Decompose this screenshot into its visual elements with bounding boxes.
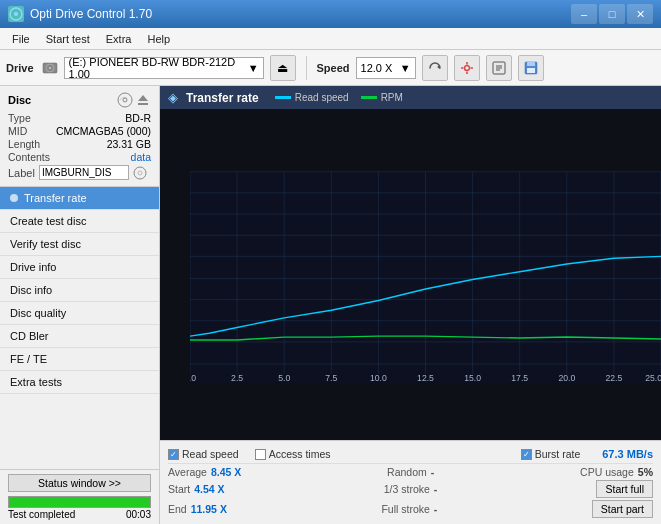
start-value: 4.54 X xyxy=(194,483,224,495)
svg-rect-17 xyxy=(527,68,535,73)
status-window-button[interactable]: Status window >> xyxy=(8,474,151,492)
nav-drive-info-label: Drive info xyxy=(10,261,56,273)
cpu-label: CPU usage xyxy=(580,466,634,478)
nav-disc-info[interactable]: Disc info xyxy=(0,279,159,302)
svg-text:0.0: 0.0 xyxy=(190,373,196,383)
nav-disc-quality[interactable]: Disc quality xyxy=(0,302,159,325)
random-value: - xyxy=(431,466,435,478)
disc-header-label: Disc xyxy=(8,94,31,106)
nav-verify-test-disc[interactable]: Verify test disc xyxy=(0,233,159,256)
status-bar-fill xyxy=(9,497,150,507)
disc-header: Disc xyxy=(8,92,151,108)
fullstroke-label: Full stroke xyxy=(381,503,429,515)
svg-point-6 xyxy=(464,65,469,70)
checkbox-read-speed[interactable]: ✓ Read speed xyxy=(168,448,239,460)
stat-random: Random - xyxy=(387,466,434,478)
menu-extra[interactable]: Extra xyxy=(98,31,140,47)
disc-type-value: BD-R xyxy=(125,112,151,124)
start-part-button[interactable]: Start part xyxy=(592,500,653,518)
chart-title: Transfer rate xyxy=(186,91,259,105)
fullstroke-value: - xyxy=(434,503,438,515)
disc-length-row: Length 23.31 GB xyxy=(8,138,151,150)
disc-icon xyxy=(117,92,133,108)
nav-create-test-disc[interactable]: Create test disc xyxy=(0,210,159,233)
drive-value: (E:) PIONEER BD-RW BDR-212D 1.00 xyxy=(69,56,248,80)
checkbox-burst-rate[interactable]: ✓ Burst rate xyxy=(521,448,581,460)
svg-text:10.0: 10.0 xyxy=(370,373,387,383)
cpu-value: 5% xyxy=(638,466,653,478)
nav-cd-bler-label: CD Bler xyxy=(10,330,49,342)
status-bar xyxy=(8,496,151,508)
svg-text:7.5: 7.5 xyxy=(325,373,337,383)
checkbox-access-times-box[interactable] xyxy=(255,449,266,460)
disc-length-label: Length xyxy=(8,138,40,150)
stats-area: ✓ Read speed Access times ✓ Burst rate 6… xyxy=(160,440,661,524)
eject-button[interactable]: ⏏ xyxy=(270,55,296,81)
end-label: End xyxy=(168,503,187,515)
chart-svg: 2× 4× 6× 8× 10× 12× 14× 16× 18× 0.0 2.5 … xyxy=(190,115,661,440)
nav-cd-bler[interactable]: CD Bler xyxy=(0,325,159,348)
export-button[interactable] xyxy=(486,55,512,81)
title-bar-left: Opti Drive Control 1.70 xyxy=(8,6,152,22)
disc-length-value: 23.31 GB xyxy=(107,138,151,150)
svg-point-22 xyxy=(134,167,146,179)
close-button[interactable]: ✕ xyxy=(627,4,653,24)
minimize-button[interactable]: – xyxy=(571,4,597,24)
svg-rect-21 xyxy=(138,103,148,105)
nav-create-test-disc-label: Create test disc xyxy=(10,215,86,227)
checkbox-read-speed-box[interactable]: ✓ xyxy=(168,449,179,460)
drive-dropdown[interactable]: (E:) PIONEER BD-RW BDR-212D 1.00 ▼ xyxy=(64,57,264,79)
end-value: 11.95 X xyxy=(191,503,227,515)
menu-start-test[interactable]: Start test xyxy=(38,31,98,47)
random-label: Random xyxy=(387,466,427,478)
disc-label-label: Label xyxy=(8,167,35,179)
nav-drive-info[interactable]: Drive info xyxy=(0,256,159,279)
menu-help[interactable]: Help xyxy=(139,31,178,47)
start-full-button[interactable]: Start full xyxy=(596,480,653,498)
nav-transfer-rate-label: Transfer rate xyxy=(24,192,87,204)
sidebar: Disc Type BD-R MID xyxy=(0,86,160,524)
svg-rect-10 xyxy=(470,67,473,69)
settings-button[interactable] xyxy=(454,55,480,81)
stroke13-value: - xyxy=(434,483,438,495)
svg-text:5.0: 5.0 xyxy=(278,373,290,383)
checkbox-access-times[interactable]: Access times xyxy=(255,448,331,460)
disc-eject-icon[interactable] xyxy=(135,92,151,108)
legend-read-speed-color xyxy=(275,96,291,99)
svg-point-19 xyxy=(123,98,127,102)
legend-read-speed: Read speed xyxy=(275,92,349,103)
disc-type-label: Type xyxy=(8,112,31,124)
average-label: Average xyxy=(168,466,207,478)
title-bar: Opti Drive Control 1.70 – □ ✕ xyxy=(0,0,661,28)
stats-row-1: Average 8.45 X Random - CPU usage 5% xyxy=(168,466,653,478)
svg-text:20.0: 20.0 xyxy=(558,373,575,383)
speed-dropdown[interactable]: 12.0 X ▼ xyxy=(356,57,416,79)
save-button[interactable] xyxy=(518,55,544,81)
svg-point-4 xyxy=(49,67,51,69)
menu-file[interactable]: File xyxy=(4,31,38,47)
checkbox-burst-rate-box[interactable]: ✓ xyxy=(521,449,532,460)
legend-read-speed-label: Read speed xyxy=(295,92,349,103)
disc-label-input[interactable] xyxy=(39,165,129,180)
disc-mid-value: CMCMAGBA5 (000) xyxy=(56,125,151,137)
svg-rect-8 xyxy=(466,71,468,74)
checkbox-burst-rate-label: Burst rate xyxy=(535,448,581,460)
disc-panel: Disc Type BD-R MID xyxy=(0,86,159,187)
maximize-button[interactable]: □ xyxy=(599,4,625,24)
nav-fe-te[interactable]: FE / TE xyxy=(0,348,159,371)
refresh-button[interactable] xyxy=(422,55,448,81)
drive-label: Drive xyxy=(6,62,34,74)
legend-rpm-label: RPM xyxy=(381,92,403,103)
svg-marker-20 xyxy=(138,95,148,101)
drive-icon xyxy=(40,58,60,78)
status-text-row: Test completed 00:03 xyxy=(8,509,151,520)
disc-label-icon xyxy=(133,166,147,180)
nav-transfer-rate[interactable]: Transfer rate xyxy=(0,187,159,210)
svg-rect-7 xyxy=(466,62,468,65)
burst-rate-value: 67.3 MB/s xyxy=(602,448,653,460)
speed-arrow: ▼ xyxy=(400,62,411,74)
svg-text:25.0 GB: 25.0 GB xyxy=(645,373,661,383)
nav-extra-tests[interactable]: Extra tests xyxy=(0,371,159,394)
chart-icon: ◈ xyxy=(168,90,178,105)
checkboxes-row: ✓ Read speed Access times ✓ Burst rate 6… xyxy=(168,445,653,464)
